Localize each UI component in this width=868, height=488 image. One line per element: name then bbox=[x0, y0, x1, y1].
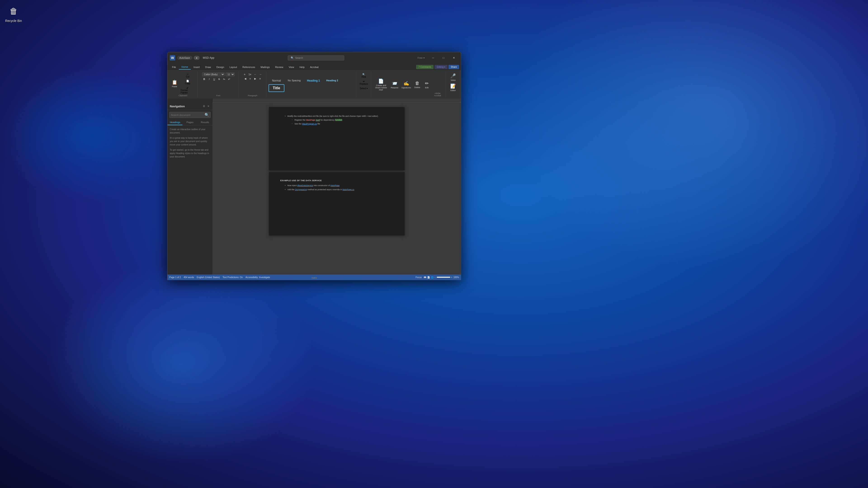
copy-button[interactable]: 📄 Copy bbox=[180, 79, 195, 85]
select-button[interactable]: Select ▾ bbox=[359, 87, 369, 90]
nav-tab-headings[interactable]: Headings bbox=[167, 120, 182, 125]
recycle-bin-image: 🗑 bbox=[7, 4, 20, 18]
subscript-button[interactable]: x₂ bbox=[222, 77, 226, 81]
tab-design[interactable]: Design bbox=[214, 65, 227, 69]
acrobat-edit-button[interactable]: ✏ Edit bbox=[423, 80, 431, 90]
autosave-pill[interactable]: AutoSave bbox=[177, 56, 192, 60]
ribbon-group-font: Calibri (Body) 11 B I U S x₂ x² bbox=[198, 72, 239, 98]
style-heading2[interactable]: Heading 2 bbox=[323, 77, 341, 84]
mauiprogram-link[interactable]: MauiProgram.cs bbox=[302, 123, 317, 125]
font-name-select[interactable]: Calibri (Body) bbox=[202, 72, 225, 76]
onappearing-link[interactable]: OnAppearing bbox=[295, 188, 307, 191]
style-title[interactable]: Title bbox=[269, 84, 284, 92]
tab-layout[interactable]: Layout bbox=[227, 65, 240, 69]
create-share-button[interactable]: 📄 Create and Share Adobe PDF bbox=[373, 78, 389, 92]
indent-increase-button[interactable]: → bbox=[258, 72, 263, 76]
recycle-bin-icon[interactable]: 🗑 Recycle Bin bbox=[4, 4, 23, 23]
paste-button[interactable]: 📋 Paste bbox=[170, 79, 179, 88]
acrobat-edit-label: Edit bbox=[425, 87, 429, 89]
horizontal-ruler bbox=[213, 98, 461, 103]
maximize-button[interactable]: □ bbox=[439, 55, 448, 61]
ruler-area bbox=[167, 98, 461, 103]
tab-view[interactable]: View bbox=[286, 65, 297, 69]
style-normal[interactable]: Normal bbox=[269, 77, 284, 84]
nav-search-input[interactable] bbox=[171, 113, 205, 116]
ruler-main bbox=[213, 98, 461, 103]
strikethrough-button[interactable]: S bbox=[217, 77, 221, 81]
title-pills: AutoSave ● MSD App bbox=[177, 56, 214, 60]
nav-header: Navigation ⚙ ✕ bbox=[167, 103, 213, 110]
nav-settings-button[interactable]: ⚙ bbox=[202, 104, 206, 108]
style-no-spacing[interactable]: No Spacing bbox=[285, 77, 304, 84]
nav-close-button[interactable]: ✕ bbox=[207, 104, 210, 108]
delete-button[interactable]: 🗑 Delete bbox=[413, 80, 422, 89]
italic-button[interactable]: I bbox=[207, 77, 212, 81]
page1-sub-bullet-1-text: Register the MainPage itself for depende… bbox=[294, 119, 342, 122]
mainpage-link-1[interactable]: MainPage bbox=[331, 184, 340, 187]
tab-references[interactable]: References bbox=[240, 65, 258, 69]
format-painter-button[interactable]: 🖌 Format Painter bbox=[180, 86, 195, 94]
zoom-slider[interactable] bbox=[437, 277, 450, 278]
acrobat-group-label: Adobe Acrobat bbox=[431, 92, 444, 97]
find-label: Find bbox=[362, 76, 366, 78]
align-center-button[interactable]: ≡ bbox=[248, 77, 252, 80]
create-share-icon: 📄 bbox=[378, 78, 384, 84]
bullets-button[interactable]: ≡ bbox=[242, 72, 247, 76]
cut-button[interactable]: ✂ Cut bbox=[180, 72, 195, 78]
free-label[interactable]: Free ▾ bbox=[417, 57, 425, 59]
nav-empty-line2: It's a great way to keep track of where … bbox=[170, 136, 210, 147]
focus-button[interactable]: Focus bbox=[416, 276, 422, 279]
title-bar-left: W AutoSave ● MSD App bbox=[170, 55, 214, 61]
editing-button[interactable]: Editing ▾ bbox=[434, 65, 447, 69]
view-mode-read[interactable]: 📖 bbox=[424, 276, 426, 279]
indent-decrease-button[interactable]: ← bbox=[253, 72, 258, 76]
voice-button[interactable]: 🎤 Voice bbox=[449, 72, 458, 82]
main-area: Navigation ⚙ ✕ 🔍 Headings Pages Results … bbox=[167, 103, 461, 274]
request-button[interactable]: 📨 Request bbox=[390, 80, 399, 90]
tab-draw[interactable]: Draw bbox=[203, 65, 214, 69]
justify-button[interactable]: ≡ bbox=[258, 77, 262, 80]
navigation-panel: Navigation ⚙ ✕ 🔍 Headings Pages Results … bbox=[167, 103, 213, 274]
close-button[interactable]: ✕ bbox=[449, 55, 459, 61]
numbering-button[interactable]: 1≡ bbox=[247, 72, 252, 76]
find-button[interactable]: 🔍 Find bbox=[360, 72, 368, 79]
clipboard-group-label: Clipboard bbox=[179, 94, 187, 97]
nav-tab-results[interactable]: Results bbox=[197, 120, 213, 125]
minimize-button[interactable]: ─ bbox=[428, 55, 438, 61]
mainpage-link-2[interactable]: MainPage.cs bbox=[342, 188, 354, 191]
comments-button[interactable]: 7 Comments bbox=[416, 65, 434, 69]
copy-label: Copy bbox=[185, 82, 190, 85]
align-right-button[interactable]: ▶ bbox=[253, 77, 257, 80]
superscript-button[interactable]: x² bbox=[227, 77, 231, 81]
tab-file[interactable]: File bbox=[169, 65, 179, 69]
bold-button[interactable]: B bbox=[202, 77, 207, 81]
zoom-plus-button[interactable]: + bbox=[451, 276, 453, 279]
signatures-label: Signatures bbox=[401, 87, 411, 89]
document-canvas[interactable]: Modify the AndroidManifest.xml file (be … bbox=[213, 103, 461, 274]
tab-acrobat[interactable]: Acrobat bbox=[307, 65, 321, 69]
share-button[interactable]: Share bbox=[448, 65, 459, 69]
ribbon-group-clipboard: 📋 Paste ✂ Cut 📄 Copy 🖌 Format Painter Cl… bbox=[168, 72, 197, 98]
page2-bullet-1-text: Now inject IRestDataService into constru… bbox=[287, 184, 340, 187]
view-mode-web[interactable]: 🌐 bbox=[431, 276, 434, 279]
editor-button[interactable]: 📝 Editor bbox=[449, 83, 458, 92]
status-right: Focus 📖 📄 🌐 − + 100% bbox=[416, 276, 459, 279]
style-heading1[interactable]: Heading 1 bbox=[304, 77, 323, 84]
tab-help[interactable]: Help bbox=[297, 65, 307, 69]
tab-mailings[interactable]: Mailings bbox=[258, 65, 272, 69]
nav-tab-pages[interactable]: Pages bbox=[182, 120, 197, 125]
title-search-bar[interactable]: 🔍 Search bbox=[288, 55, 344, 61]
signatures-button[interactable]: ✍ Signatures bbox=[400, 80, 412, 90]
irestdataservice-link[interactable]: IRestDataService bbox=[297, 184, 313, 187]
underline-button[interactable]: U bbox=[212, 77, 217, 81]
tab-home[interactable]: Home bbox=[179, 65, 191, 70]
view-mode-print[interactable]: 📄 bbox=[427, 276, 430, 279]
styles-group-label: Styles bbox=[311, 277, 317, 279]
zoom-minus-button[interactable]: − bbox=[434, 276, 436, 279]
replace-button[interactable]: ⇄ Replace bbox=[358, 79, 369, 86]
tab-insert[interactable]: Insert bbox=[191, 65, 203, 69]
align-left-button[interactable]: ◀ bbox=[243, 77, 248, 80]
tab-review[interactable]: Review bbox=[272, 65, 286, 69]
font-size-select[interactable]: 11 bbox=[225, 72, 235, 76]
nav-search-icon: 🔍 bbox=[205, 113, 209, 117]
